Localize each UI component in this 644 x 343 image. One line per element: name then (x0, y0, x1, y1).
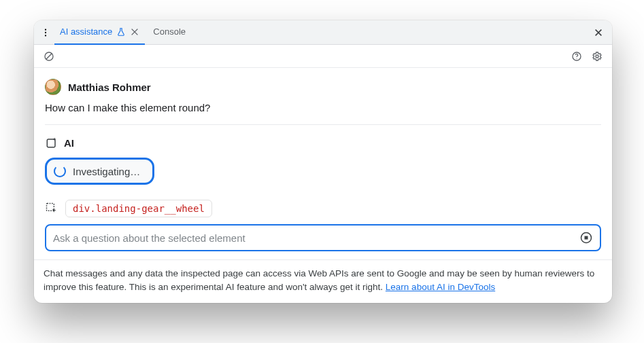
context-row: div.landing-gear__wheel (45, 200, 601, 217)
ai-message-header: AI (45, 136, 601, 149)
user-name: Matthias Rohmer (68, 82, 151, 93)
prompt-input[interactable] (53, 232, 578, 244)
settings-button[interactable] (589, 48, 605, 65)
more-tabs-button[interactable] (39, 23, 52, 42)
svg-point-6 (596, 55, 598, 58)
user-message-text: How can I make this element round? (45, 102, 601, 113)
spinner-icon (54, 165, 66, 177)
devtools-panel: AI assistance Console (34, 20, 612, 303)
disclaimer-link[interactable]: Learn about AI in DevTools (386, 282, 495, 292)
ai-sparkle-icon (45, 136, 58, 149)
disclaimer: Chat messages and any data the inspected… (34, 259, 612, 303)
avatar (45, 79, 61, 95)
chat-content: Matthias Rohmer How can I make this elem… (34, 68, 612, 259)
tab-console-label: Console (153, 26, 186, 37)
beaker-icon (116, 27, 126, 37)
stop-button[interactable] (578, 230, 594, 246)
tab-console[interactable]: Console (148, 20, 191, 45)
tab-ai-assistance-close[interactable] (130, 27, 139, 37)
clear-chat-button[interactable] (41, 48, 57, 65)
tab-ai-assistance-label: AI assistance (60, 26, 112, 37)
tab-ai-assistance[interactable]: AI assistance (54, 20, 145, 45)
prompt-input-row (45, 224, 601, 251)
selected-element-chip[interactable]: div.landing-gear__wheel (65, 200, 212, 217)
help-button[interactable] (569, 48, 585, 65)
svg-point-1 (45, 31, 46, 33)
divider (45, 124, 601, 125)
ai-status-text: Investigating… (73, 166, 140, 177)
close-drawer-button[interactable] (590, 24, 607, 41)
ai-label: AI (64, 137, 74, 149)
element-picker-icon[interactable] (45, 202, 58, 215)
user-message: Matthias Rohmer How can I make this elem… (45, 79, 601, 113)
svg-point-2 (45, 35, 46, 36)
tab-strip: AI assistance Console (34, 20, 612, 45)
svg-rect-7 (47, 139, 55, 147)
disclaimer-text: Chat messages and any data the inspected… (44, 268, 594, 292)
ai-status-chip: Investigating… (45, 158, 154, 185)
svg-point-5 (576, 58, 577, 58)
svg-point-0 (45, 29, 46, 30)
ai-toolbar (34, 45, 612, 68)
svg-rect-10 (585, 236, 588, 240)
